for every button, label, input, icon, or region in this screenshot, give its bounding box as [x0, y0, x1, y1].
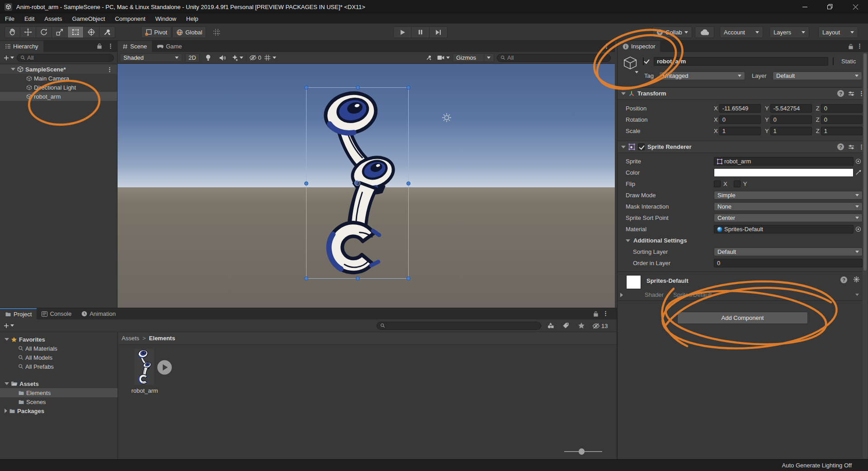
foldout-icon[interactable]: [5, 409, 7, 413]
color-swatch[interactable]: [714, 168, 854, 177]
shading-mode-dropdown[interactable]: Shaded: [120, 53, 182, 62]
menu-help[interactable]: Help: [181, 15, 203, 22]
selection-handle-tm[interactable]: [356, 86, 360, 90]
scene-effects-dropdown[interactable]: [231, 54, 243, 61]
pause-button[interactable]: [411, 26, 429, 38]
flip-y-checkbox[interactable]: [734, 181, 741, 187]
object-name-field[interactable]: robot_arm: [654, 57, 828, 66]
sprite-sort-point-dropdown[interactable]: Center: [714, 214, 863, 222]
rotate-tool-button[interactable]: [36, 26, 52, 38]
gear-icon[interactable]: [853, 276, 860, 283]
tab-hierarchy[interactable]: Hierarchy: [0, 41, 43, 52]
flip-x-checkbox[interactable]: [714, 181, 721, 187]
create-asset-button[interactable]: [4, 323, 14, 328]
collab-dropdown[interactable]: Collab: [652, 26, 692, 38]
selection-handle-ml[interactable]: [304, 181, 308, 186]
foldout-icon[interactable]: [5, 338, 9, 341]
gizmos-dropdown[interactable]: Gizmos: [453, 53, 494, 62]
tab-project[interactable]: Project: [0, 308, 37, 319]
assets-item-elements[interactable]: Elements: [0, 388, 118, 397]
lock-icon[interactable]: [97, 43, 102, 49]
hand-tool-button[interactable]: [5, 26, 20, 38]
2d-toggle-button[interactable]: 2D: [185, 53, 200, 62]
lock-icon[interactable]: [848, 43, 854, 49]
active-checkbox[interactable]: [643, 57, 644, 65]
selection-handle-tl[interactable]: [304, 86, 308, 90]
hierarchy-item-main-camera[interactable]: Main Camera: [0, 74, 117, 83]
minimize-button[interactable]: [792, 0, 817, 14]
asset-label[interactable]: robot_arm: [129, 387, 160, 394]
foldout-icon[interactable]: [11, 68, 15, 71]
tag-dropdown[interactable]: Untagged: [659, 71, 745, 80]
foldout-icon[interactable]: [5, 382, 9, 385]
object-picker-icon[interactable]: [854, 158, 863, 164]
scene-grid-visibility-dropdown[interactable]: [264, 54, 276, 61]
menu-gameobject[interactable]: GameObject: [67, 15, 110, 22]
order-in-layer-field[interactable]: 0: [714, 259, 863, 267]
inspector-menu-icon[interactable]: ⋮: [857, 43, 863, 49]
object-picker-icon[interactable]: [854, 226, 863, 232]
transform-tool-button[interactable]: [84, 26, 99, 38]
scene-hidden-objects-toggle[interactable]: 0: [249, 54, 261, 61]
pivot-toggle-button[interactable]: Pivot: [141, 26, 171, 38]
play-button[interactable]: [393, 26, 411, 38]
presets-icon[interactable]: [848, 144, 854, 150]
scale-tool-button[interactable]: [52, 26, 68, 38]
scene-menu-icon[interactable]: ⋮: [604, 43, 609, 49]
asset-thumbnail[interactable]: [134, 349, 154, 385]
selection-handle-mr[interactable]: [406, 181, 410, 186]
slider-thumb[interactable]: [579, 448, 585, 455]
material-object-field[interactable]: Sprites-Default: [714, 225, 854, 233]
tab-inspector[interactable]: Inspector: [618, 41, 660, 52]
favorites-item-all-materials[interactable]: All Materials: [0, 344, 118, 353]
menu-file[interactable]: File: [0, 15, 19, 22]
scene-audio-icon[interactable]: [217, 55, 229, 61]
hierarchy-item-robot-arm[interactable]: robot_arm: [0, 92, 117, 101]
scale-z-field[interactable]: 1: [821, 127, 863, 135]
lock-icon[interactable]: [593, 311, 599, 317]
hierarchy-scene-row[interactable]: SampleScene* ⋮: [0, 65, 117, 74]
search-by-type-icon[interactable]: [547, 322, 554, 329]
favorites-filter-icon[interactable]: [578, 322, 585, 329]
foldout-icon[interactable]: [621, 146, 626, 148]
inspector-scrollbar[interactable]: [863, 52, 868, 459]
help-icon[interactable]: ?: [840, 276, 847, 283]
hierarchy-menu-icon[interactable]: ⋮: [108, 43, 113, 49]
transform-header[interactable]: Transform ? ⋮: [618, 87, 868, 100]
selection-rect[interactable]: [306, 87, 409, 279]
rotation-y-field[interactable]: 0: [770, 115, 812, 124]
sorting-layer-dropdown[interactable]: Default: [714, 247, 863, 256]
presets-icon[interactable]: [848, 91, 854, 96]
favorites-item-all-models[interactable]: All Models: [0, 353, 118, 362]
search-by-label-icon[interactable]: [562, 322, 569, 329]
sprite-renderer-header[interactable]: Sprite Renderer ? ⋮: [618, 141, 868, 153]
tab-game[interactable]: Game: [152, 41, 187, 52]
scene-menu-icon[interactable]: ⋮: [107, 66, 113, 73]
tab-scene[interactable]: Scene: [118, 41, 152, 52]
tab-console[interactable]: Console: [37, 308, 76, 319]
scene-camera-dropdown[interactable]: [437, 55, 450, 60]
inspector-scrollbar-thumb[interactable]: [863, 53, 867, 271]
rect-tool-button[interactable]: [68, 26, 84, 38]
directional-light-gizmo[interactable]: [441, 112, 452, 123]
scene-viewport[interactable]: [118, 64, 615, 308]
foldout-icon[interactable]: [621, 92, 626, 95]
menu-window[interactable]: Window: [151, 15, 181, 22]
step-button[interactable]: [429, 26, 448, 38]
restore-button[interactable]: [817, 0, 843, 14]
global-toggle-button[interactable]: Global: [172, 26, 207, 38]
breadcrumb-root[interactable]: Assets: [122, 335, 139, 342]
favorites-folder[interactable]: Favorites: [0, 335, 118, 344]
help-icon[interactable]: ?: [837, 90, 844, 97]
custom-tool-button[interactable]: [99, 26, 115, 38]
selection-handle-br[interactable]: [406, 276, 410, 281]
scene-tools-icon[interactable]: [423, 54, 434, 61]
layer-dropdown[interactable]: Default: [773, 71, 862, 80]
project-menu-icon[interactable]: ⋮: [603, 310, 609, 317]
assets-folder[interactable]: Assets: [0, 379, 118, 388]
hierarchy-search-input[interactable]: All: [17, 54, 114, 62]
help-icon[interactable]: ?: [837, 143, 844, 150]
position-y-field[interactable]: -5.542754: [770, 104, 812, 113]
sprite-object-field[interactable]: robot_arm: [714, 157, 854, 166]
menu-edit[interactable]: Edit: [19, 15, 39, 22]
